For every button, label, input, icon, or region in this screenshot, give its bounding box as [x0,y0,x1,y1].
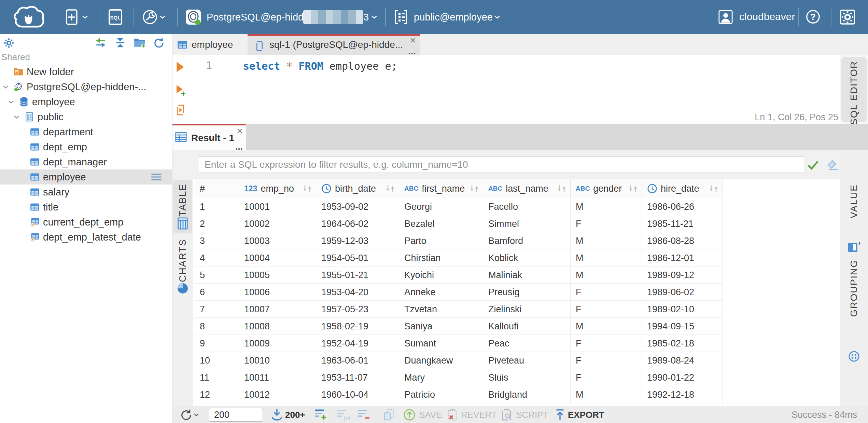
connection-name-suffix[interactable]: 3 [363,11,369,23]
cell-row-index[interactable]: 12 [195,386,239,403]
cell-gender[interactable]: M [571,198,642,215]
cell-gender[interactable]: F [571,369,642,386]
table-row[interactable]: 12100121960-10-04PatricioBridglandM1992-… [195,386,723,403]
tab-charts-view[interactable]: CHARTS [173,237,192,294]
clear-filter-eraser-icon[interactable] [827,159,840,171]
result-tab-menu-dots-icon[interactable]: ... [235,143,243,150]
tab-value-panel[interactable]: VALUE I [841,183,867,255]
column-header-row-index[interactable]: # [195,179,239,198]
cell-last_name[interactable]: Peac [483,335,571,352]
cell-first_name[interactable]: Georgi [399,198,483,215]
column-header-gender[interactable]: ABCgender [571,179,642,198]
cell-first_name[interactable]: Anneke [399,284,483,301]
cell-birth_date[interactable]: 1964-06-02 [316,215,399,232]
tree-item-salary[interactable]: salary [0,185,172,200]
cell-hire_date[interactable]: 1985-02-18 [642,335,723,352]
cell-emp_no[interactable]: 10011 [239,369,316,386]
tools-wrench-button[interactable] [142,9,158,25]
script-label[interactable]: SCRIPT [516,406,548,423]
cell-emp_no[interactable]: 10005 [239,267,316,284]
table-row[interactable]: 3100031959-12-03PartoBamfordM1986-08-28 [195,232,723,249]
cell-birth_date[interactable]: 1953-11-07 [316,369,399,386]
result-tab-close-icon[interactable]: × [237,126,243,136]
cell-emp_no[interactable]: 10010 [239,352,316,369]
cell-hire_date[interactable]: 1989-02-10 [642,301,723,318]
table-row[interactable]: 8100081958-02-19SaniyaKalloufiM1994-09-1… [195,318,723,335]
cell-emp_no[interactable]: 10007 [239,301,316,318]
cell-last_name[interactable]: Bamford [483,232,571,249]
export-label[interactable]: EXPORT [568,406,604,423]
cell-last_name[interactable]: Maliniak [483,267,571,284]
cell-birth_date[interactable]: 1957-05-23 [316,301,399,318]
cell-row-index[interactable]: 5 [195,267,239,284]
cell-gender[interactable]: F [571,352,642,369]
revert-icon[interactable] [447,409,458,421]
tree-item-dept_manager[interactable]: dept_manager [0,154,172,169]
cell-emp_no[interactable]: 10009 [239,335,316,352]
tree-item-public[interactable]: public [0,109,172,124]
cell-gender[interactable]: F [571,335,642,352]
cell-first_name[interactable]: Bezalel [399,215,483,232]
delete-row-icon[interactable] [357,409,370,421]
add-row-icon[interactable] [314,409,327,421]
cell-gender[interactable]: M [571,318,642,335]
user-name[interactable]: cloudbeaver [739,11,795,23]
save-label[interactable]: SAVE [419,406,442,423]
cell-emp_no[interactable]: 10003 [239,232,316,249]
collapse-all-icon[interactable] [115,37,126,49]
tree-item-new-folder[interactable]: New folder [0,64,172,79]
cell-last_name[interactable]: Koblick [483,249,571,267]
cell-row-index[interactable]: 11 [195,369,239,386]
tree-item-dept_emp_latest_date[interactable]: dept_emp_latest_date [0,230,172,245]
cell-first_name[interactable]: Tzvetan [399,301,483,318]
cell-gender[interactable]: F [571,215,642,232]
refresh-result-icon[interactable] [180,409,192,421]
tree-item-employee[interactable]: employee [0,169,172,185]
cell-last_name[interactable]: Bridgland [483,386,571,403]
table-row[interactable]: 4100041954-05-01ChirstianKoblickM1986-12… [195,249,723,267]
table-row[interactable]: 6100061953-04-20AnnekePreusigF1989-06-02 [195,284,723,301]
tab-sql-editor-vertical[interactable]: SQL EDITOR [841,57,867,122]
tree-item-title[interactable]: title [0,200,172,215]
sort-icon[interactable] [709,185,719,193]
column-header-first_name[interactable]: ABCfirst_name [399,179,483,198]
tools-chevron-down-icon[interactable] [159,15,166,19]
cell-row-index[interactable]: 2 [195,215,239,232]
cell-hire_date[interactable]: 1994-09-15 [642,318,723,335]
tab-grouping-panel[interactable]: GROUPING [841,258,867,364]
table-row[interactable]: 10100101963-06-01DuangkaewPiveteauF1989-… [195,352,723,369]
tab-table-view[interactable]: TABLE [173,180,192,233]
refresh-caret-down-icon[interactable] [194,413,199,417]
new-folder-icon[interactable] [134,37,146,49]
cell-last_name[interactable]: Zielinski [483,301,571,318]
sort-icon[interactable] [628,185,638,193]
cell-birth_date[interactable]: 1952-04-19 [316,335,399,352]
cell-hire_date[interactable]: 1989-08-24 [642,352,723,369]
tab-menu-dots-icon[interactable]: ... [408,48,416,55]
cell-birth_date[interactable]: 1960-10-04 [316,386,399,403]
table-row[interactable]: 11100111953-11-07MarySluisF1990-01-22 [195,369,723,386]
copy-result-icon[interactable] [383,409,395,421]
tree-item-menu-icon[interactable] [150,173,163,181]
cell-row-index[interactable]: 4 [195,249,239,267]
link-editor-sync-icon[interactable] [95,37,107,49]
column-header-hire_date[interactable]: hire_date [642,179,723,198]
sort-icon[interactable] [469,185,479,193]
column-header-emp_no[interactable]: 123emp_no [239,179,316,198]
filter-input[interactable] [198,156,804,173]
cell-birth_date[interactable]: 1953-09-02 [316,198,399,215]
cell-hire_date[interactable]: 1986-12-01 [642,249,723,267]
schema-selector[interactable]: public@employee [414,11,493,23]
user-avatar-icon[interactable] [718,9,733,25]
script-icon[interactable] [501,409,513,421]
execute-new-tab-button[interactable] [176,85,186,96]
column-header-last_name[interactable]: ABClast_name [483,179,571,198]
sort-icon[interactable] [302,185,312,193]
result-data-grid[interactable]: #123emp_nobirth_dateABCfirst_nameABClast… [193,179,840,406]
navigator-settings-gear-icon[interactable] [3,38,14,49]
cell-row-index[interactable]: 10 [195,352,239,369]
cell-emp_no[interactable]: 10012 [239,386,316,403]
cell-emp_no[interactable]: 10006 [239,284,316,301]
cell-first_name[interactable]: Sumant [399,335,483,352]
connection-name[interactable]: PostgreSQL@ep-hidde [207,11,309,23]
